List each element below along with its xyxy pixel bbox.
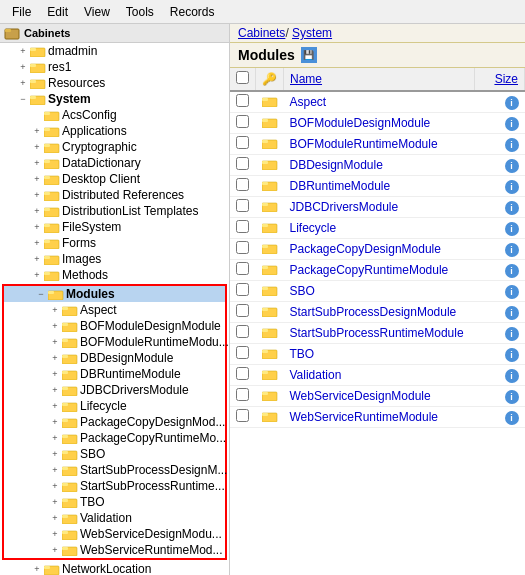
expand-resources[interactable]: + <box>18 78 28 88</box>
row-checkbox[interactable] <box>236 199 249 212</box>
expand-applications[interactable]: + <box>32 126 42 136</box>
row-checkbox[interactable] <box>236 388 249 401</box>
row-name-link[interactable]: WebServiceRuntimeModule <box>290 410 439 424</box>
row-name-link[interactable]: PackageCopyRuntimeModule <box>290 263 449 277</box>
expand-distlisttemplates[interactable]: + <box>32 206 42 216</box>
info-icon[interactable]: i <box>505 285 519 299</box>
tree-item-modules[interactable]: − Modules <box>4 286 225 302</box>
tree-item-res1[interactable]: + res1 <box>0 59 229 75</box>
info-icon[interactable]: i <box>505 390 519 404</box>
expand-images[interactable]: + <box>32 254 42 264</box>
menu-tools[interactable]: Tools <box>118 3 162 21</box>
th-size[interactable]: Size <box>475 68 525 91</box>
row-name-link[interactable]: BOFModuleDesignModule <box>290 116 431 130</box>
tree-item-bofmoduledesignmodule[interactable]: + BOFModuleDesignModule <box>4 318 225 334</box>
tree-item-distlisttemplates[interactable]: + DistributionList Templates <box>0 203 229 219</box>
row-checkbox[interactable] <box>236 283 249 296</box>
expand-bofmoduledesignmodule[interactable]: + <box>50 321 60 331</box>
info-icon[interactable]: i <box>505 117 519 131</box>
row-checkbox[interactable] <box>236 178 249 191</box>
row-checkbox[interactable] <box>236 367 249 380</box>
tree-item-networklocation[interactable]: + NetworkLocation <box>0 561 229 575</box>
expand-dbdesignmodule[interactable]: + <box>50 353 60 363</box>
expand-desktopclient[interactable]: + <box>32 174 42 184</box>
expand-system[interactable]: − <box>18 94 28 104</box>
info-icon[interactable]: i <box>505 411 519 425</box>
tree-item-packagecopydesignmod[interactable]: + PackageCopyDesignMod... <box>4 414 225 430</box>
info-icon[interactable]: i <box>505 327 519 341</box>
info-icon[interactable]: i <box>505 180 519 194</box>
expand-forms[interactable]: + <box>32 238 42 248</box>
row-checkbox[interactable] <box>236 94 249 107</box>
menu-view[interactable]: View <box>76 3 118 21</box>
info-icon[interactable]: i <box>505 243 519 257</box>
row-name-link[interactable]: Lifecycle <box>290 221 337 235</box>
breadcrumb-cabinets[interactable]: Cabinets <box>238 26 285 40</box>
tree-item-dbruntimemodule[interactable]: + DBRuntimeModule <box>4 366 225 382</box>
menu-records[interactable]: Records <box>162 3 223 21</box>
tree-item-images[interactable]: + Images <box>0 251 229 267</box>
tree-item-dbdesignmodule[interactable]: + DBDesignModule <box>4 350 225 366</box>
row-name-link[interactable]: Validation <box>290 368 342 382</box>
row-checkbox[interactable] <box>236 325 249 338</box>
tree-item-desktopclient[interactable]: + Desktop Client <box>0 171 229 187</box>
expand-webservicedesignmodul[interactable]: + <box>50 529 60 539</box>
expand-jdbcdriversmodule[interactable]: + <box>50 385 60 395</box>
row-name-link[interactable]: StartSubProcessRuntimeModule <box>290 326 464 340</box>
info-icon[interactable]: i <box>505 201 519 215</box>
row-checkbox[interactable] <box>236 262 249 275</box>
expand-validation[interactable]: + <box>50 513 60 523</box>
info-icon[interactable]: i <box>505 369 519 383</box>
tree-item-applications[interactable]: + Applications <box>0 123 229 139</box>
expand-bofmoduleruntimemodule[interactable]: + <box>50 337 60 347</box>
select-all-checkbox[interactable] <box>236 71 249 84</box>
expand-packagecopyruntimemo[interactable]: + <box>50 433 60 443</box>
tree-item-tbo[interactable]: + TBO <box>4 494 225 510</box>
tree-item-aspect[interactable]: + Aspect <box>4 302 225 318</box>
tree-item-lifecycle[interactable]: + Lifecycle <box>4 398 225 414</box>
expand-dmadmin[interactable]: + <box>18 46 28 56</box>
tree-item-sbo[interactable]: + SBO <box>4 446 225 462</box>
breadcrumb-system[interactable]: System <box>292 26 332 40</box>
row-name-link[interactable]: JDBCDriversModule <box>290 200 399 214</box>
info-icon[interactable]: i <box>505 306 519 320</box>
th-name[interactable]: Name <box>284 68 475 91</box>
expand-tbo[interactable]: + <box>50 497 60 507</box>
tree-item-filesystem[interactable]: + FileSystem <box>0 219 229 235</box>
tree-item-system[interactable]: − System <box>0 91 229 107</box>
expand-aspect[interactable]: + <box>50 305 60 315</box>
expand-startsubprocessdesign[interactable]: + <box>50 465 60 475</box>
row-name-link[interactable]: BOFModuleRuntimeModule <box>290 137 438 151</box>
tree-item-validation[interactable]: + Validation <box>4 510 225 526</box>
expand-datadictionary[interactable]: + <box>32 158 42 168</box>
row-checkbox[interactable] <box>236 220 249 233</box>
tree-item-webserviceruntimemod[interactable]: + WebServiceRuntimeMod... <box>4 542 225 558</box>
expand-methods[interactable]: + <box>32 270 42 280</box>
tree-item-packagecopyruntimemo[interactable]: + PackageCopyRuntimeMo... <box>4 430 225 446</box>
tree-item-webservicedesignmodul[interactable]: + WebServiceDesignModu... <box>4 526 225 542</box>
expand-startsubprocessruntime[interactable]: + <box>50 481 60 491</box>
expand-networklocation[interactable]: + <box>32 564 42 574</box>
row-checkbox[interactable] <box>236 409 249 422</box>
menu-file[interactable]: File <box>4 3 39 21</box>
row-name-link[interactable]: PackageCopyDesignModule <box>290 242 441 256</box>
expand-distributedrefs[interactable]: + <box>32 190 42 200</box>
expand-sbo[interactable]: + <box>50 449 60 459</box>
expand-webserviceruntimemod[interactable]: + <box>50 545 60 555</box>
row-checkbox[interactable] <box>236 346 249 359</box>
tree-item-dmadmin[interactable]: + dmadmin <box>0 43 229 59</box>
expand-filesystem[interactable]: + <box>32 222 42 232</box>
tree-item-distributedrefs[interactable]: + Distributed References <box>0 187 229 203</box>
expand-lifecycle[interactable]: + <box>50 401 60 411</box>
info-icon[interactable]: i <box>505 348 519 362</box>
row-name-link[interactable]: WebServiceDesignModule <box>290 389 431 403</box>
save-icon[interactable]: 💾 <box>301 47 317 63</box>
row-name-link[interactable]: SBO <box>290 284 315 298</box>
expand-dbruntimemodule[interactable]: + <box>50 369 60 379</box>
row-checkbox[interactable] <box>236 115 249 128</box>
row-checkbox[interactable] <box>236 136 249 149</box>
info-icon[interactable]: i <box>505 96 519 110</box>
tree-item-forms[interactable]: + Forms <box>0 235 229 251</box>
tree-item-jdbcdriversmodule[interactable]: + JDBCDriversModule <box>4 382 225 398</box>
expand-res1[interactable]: + <box>18 62 28 72</box>
